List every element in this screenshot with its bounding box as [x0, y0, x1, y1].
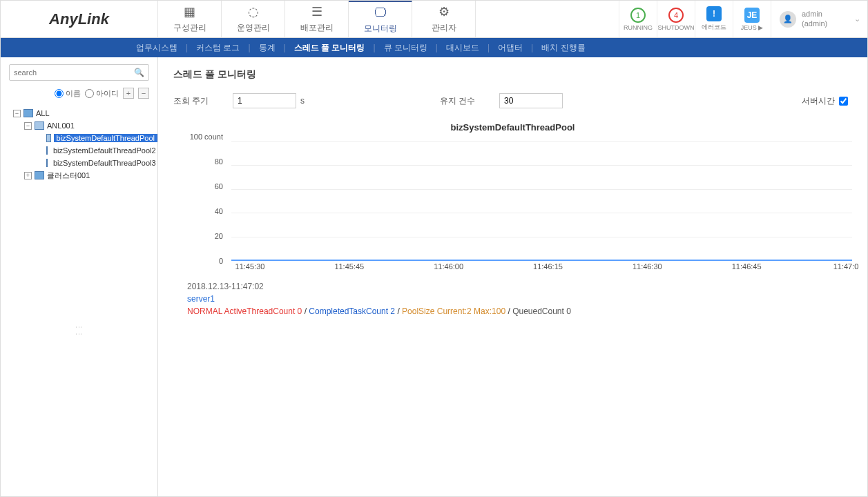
tab-deploy[interactable]: ☰ 배포관리 [285, 1, 349, 37]
leaf-icon [46, 146, 48, 155]
chevron-down-icon: ⌄ [854, 14, 860, 23]
tree: − ALL − ANL001 bizSystemDefaultThreadPoo… [1, 104, 157, 182]
status-label: RUNNING [624, 24, 653, 31]
legend-metrics: NORMAL ActiveThreadCount 0 / CompletedTa… [187, 305, 852, 318]
tree-anl001[interactable]: − ANL001 [24, 119, 157, 132]
expand-icon[interactable]: + [24, 172, 32, 179]
subnav-batch[interactable]: 배치 진행률 [533, 42, 593, 54]
legend-pool: PoolSize Current:2 Max:100 [402, 306, 505, 316]
keep-label: 유지 건수 [440, 95, 495, 107]
subnav-dashboard[interactable]: 대시보드 [438, 42, 488, 54]
subnav-adapter[interactable]: 어댑터 [490, 42, 531, 54]
subnav-stats[interactable]: 통계 [251, 42, 284, 54]
tab-label: 구성관리 [173, 22, 206, 34]
jeus-icon: JE [744, 8, 760, 23]
legend-queued: QueuedCount 0 [512, 306, 571, 316]
x-axis: 11:45:30 11:45:45 11:46:00 11:46:15 11:4… [231, 261, 852, 275]
tree-label: 클러스터001 [47, 170, 90, 181]
legend-normal: NORMAL ActiveThreadCount 0 [187, 306, 302, 316]
tree-pool-2[interactable]: bizSystemDefaultThreadPool2 [35, 144, 157, 157]
search-input[interactable] [14, 68, 134, 77]
plot-area [231, 141, 852, 261]
collapse-icon[interactable]: − [24, 122, 32, 130]
shutdown-count-icon: 4 [668, 8, 684, 23]
tree-root[interactable]: − ALL [13, 107, 157, 119]
status-label: SHUTDOWN [658, 24, 695, 31]
status-label: JEUS ▶ [741, 24, 764, 31]
chart: bizSystemDefaultThreadPool 100 count 80 … [173, 122, 852, 318]
sidebar: 🔍 이름 아이디 + − − ALL − A [1, 57, 158, 496]
tree-label: bizSystemDefaultThreadPool2 [50, 146, 159, 155]
leaf-icon [46, 159, 48, 167]
legend-timestamp: 2018.12.13-11:47:02 [187, 280, 852, 293]
y-axis: 100 count 80 60 40 20 0 [187, 137, 229, 261]
content: 스레드 풀 모니터링 조회 주기 s 유지 건수 서버시간 [158, 57, 867, 496]
radio-id[interactable]: 아이디 [85, 88, 119, 99]
tab-monitoring[interactable]: 🖵 모니터링 [349, 1, 412, 37]
tab-label: 운영관리 [237, 22, 270, 34]
expand-all-button[interactable]: + [123, 88, 134, 99]
status-jeus[interactable]: JE JEUS ▶ [733, 1, 771, 37]
tree-cluster[interactable]: + 클러스터001 [24, 169, 157, 182]
top-tabs: ▦ 구성관리 ◌ 운영관리 ☰ 배포관리 🖵 모니터링 ⚙ 관리자 [158, 1, 476, 37]
monitor-icon: 🖵 [374, 6, 387, 20]
status-shutdown[interactable]: 4 SHUTDOWN [657, 1, 695, 37]
tree-options: 이름 아이디 + − [1, 85, 157, 104]
status-errorcode[interactable]: ! 에러코드 [695, 1, 733, 37]
cycle-input[interactable] [233, 93, 296, 108]
tree-label: ANL001 [47, 121, 75, 130]
logo: AnyLink [1, 1, 158, 37]
subnav-customlog[interactable]: 커스텀 로그 [188, 42, 248, 54]
user-sub: (admin) [802, 19, 827, 28]
folder-icon [35, 171, 44, 179]
gear-icon: ⚙ [438, 4, 450, 19]
user-icon: 👤 [780, 11, 796, 28]
resize-handle-icon[interactable]: ⋮⋮ [75, 324, 83, 338]
user-info: admin (admin) [802, 10, 827, 28]
tab-config[interactable]: ▦ 구성관리 [158, 1, 222, 37]
page-title: 스레드 풀 모니터링 [173, 68, 852, 81]
tab-admin[interactable]: ⚙ 관리자 [412, 1, 476, 37]
list-icon: ☰ [311, 4, 322, 19]
chart-area: 100 count 80 60 40 20 0 [187, 137, 852, 275]
tab-label: 배포관리 [300, 22, 334, 34]
tree-pool-1[interactable]: bizSystemDefaultThreadPool [35, 132, 157, 144]
subnav-queue[interactable]: 큐 모니터링 [376, 42, 436, 54]
servertime-checkbox[interactable] [839, 97, 848, 106]
grid-icon: ▦ [184, 4, 195, 19]
leaf-icon [46, 134, 51, 142]
header-right: 1 RUNNING 4 SHUTDOWN ! 에러코드 JE JEUS ▶ 👤 … [619, 1, 867, 37]
tree-pool-3[interactable]: bizSystemDefaultThreadPool3 [35, 157, 157, 169]
subnav-threadpool[interactable]: 스레드 풀 모니터링 [286, 42, 374, 54]
controls: 조회 주기 s 유지 건수 서버시간 [173, 93, 852, 108]
top-header: AnyLink ▦ 구성관리 ◌ 운영관리 ☰ 배포관리 🖵 모니터링 ⚙ 관리… [1, 1, 867, 38]
error-icon: ! [706, 6, 722, 21]
keep-input[interactable] [499, 93, 563, 108]
collapse-icon[interactable]: − [13, 110, 21, 117]
user-name: admin [802, 10, 827, 19]
user-menu[interactable]: 👤 admin (admin) ⌄ [771, 1, 867, 37]
search-box[interactable]: 🔍 [9, 64, 149, 81]
circle-icon: ◌ [248, 4, 259, 19]
tree-label: bizSystemDefaultThreadPool [54, 134, 157, 142]
status-running[interactable]: 1 RUNNING [619, 1, 657, 37]
servertime-label: 서버시간 [802, 95, 835, 107]
tab-operation[interactable]: ◌ 운영관리 [222, 1, 285, 37]
chart-title: bizSystemDefaultThreadPool [173, 122, 852, 133]
tree-label: bizSystemDefaultThreadPool3 [50, 159, 159, 167]
subnav: 업무시스템| 커스텀 로그| 통계| 스레드 풀 모니터링| 큐 모니터링| 대… [1, 38, 867, 57]
status-label: 에러코드 [702, 23, 726, 32]
running-count-icon: 1 [630, 8, 646, 23]
tree-label: ALL [36, 109, 50, 117]
subnav-bizsystem[interactable]: 업무시스템 [128, 42, 186, 54]
cycle-unit: s [300, 96, 305, 106]
node-icon [35, 121, 44, 130]
legend-server: server1 [187, 293, 852, 305]
tab-label: 모니터링 [364, 23, 397, 35]
radio-name[interactable]: 이름 [55, 88, 81, 99]
tab-label: 관리자 [432, 22, 456, 34]
chart-legend: 2018.12.13-11:47:02 server1 NORMAL Activ… [187, 280, 852, 318]
search-icon[interactable]: 🔍 [134, 68, 144, 77]
cycle-label: 조회 주기 [173, 95, 229, 107]
collapse-all-button[interactable]: − [138, 88, 149, 99]
